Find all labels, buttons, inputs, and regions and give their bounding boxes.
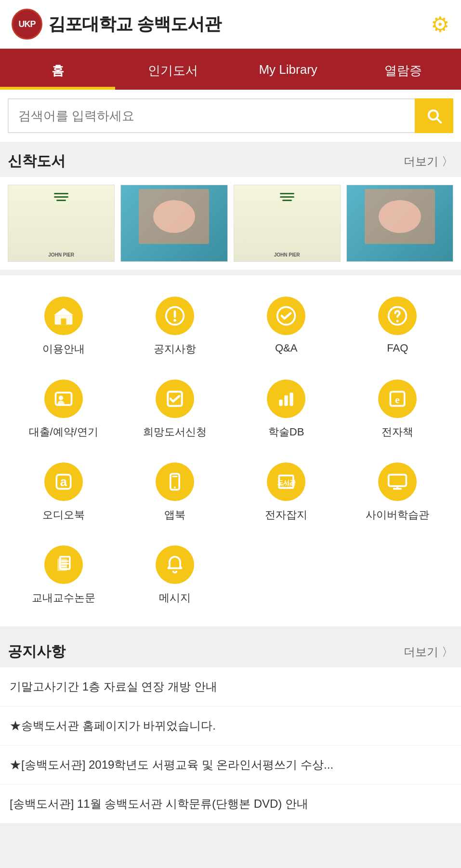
icon-label-notice: 공지사항 bbox=[154, 342, 196, 356]
book-cover bbox=[346, 185, 453, 262]
list-item[interactable] bbox=[120, 185, 227, 262]
notice-section-header: 공지사항 더보기 〉 bbox=[0, 632, 461, 667]
notice-section: 공지사항 더보기 〉 기말고사기간 1층 자료실 연장 개방 안내 ★송백도서관… bbox=[0, 632, 461, 823]
header: UKP 김포대학교 송백도서관 ⚙ bbox=[0, 0, 461, 49]
checkbox-icon bbox=[156, 380, 194, 418]
nav-item-card[interactable]: 열람증 bbox=[346, 49, 461, 90]
tablet-icon bbox=[156, 462, 194, 501]
list-item[interactable]: JOHN PIER bbox=[8, 185, 115, 262]
settings-icon[interactable]: ⚙ bbox=[431, 12, 449, 37]
notice-list: 기말고사기간 1층 자료실 연장 개방 안내 ★송백도서관 홈페이지가 바뀌었습… bbox=[0, 667, 461, 823]
nav-item-popular[interactable]: 인기도서 bbox=[115, 49, 230, 90]
icon-label-appbook: 앱북 bbox=[164, 508, 185, 522]
building-icon bbox=[44, 297, 83, 335]
svg-rect-12 bbox=[279, 400, 282, 406]
logo-abbr: UKP bbox=[18, 19, 35, 29]
logo-container: UKP 김포대학교 송백도서관 bbox=[12, 9, 221, 40]
icon-item-notice[interactable]: 공지사항 bbox=[119, 285, 230, 368]
book-cover bbox=[120, 185, 227, 262]
search-button[interactable] bbox=[415, 98, 453, 133]
monitor-icon bbox=[378, 462, 417, 501]
ebook-icon: e bbox=[378, 380, 417, 418]
new-books-section-header: 신착도서 더보기 〉 bbox=[0, 142, 461, 177]
audio-icon: a bbox=[44, 462, 83, 501]
icon-item-thesis[interactable]: 교내교수논문 bbox=[8, 534, 119, 617]
icon-label-audiobook: 오디오북 bbox=[42, 508, 85, 522]
icon-label-loan: 대출/예약/연기 bbox=[29, 425, 98, 439]
icon-label-thesis: 교내교수논문 bbox=[32, 591, 95, 605]
svg-point-5 bbox=[173, 319, 176, 322]
svg-text:e: e bbox=[395, 393, 400, 406]
icon-item-ebook[interactable]: e 전자책 bbox=[342, 368, 453, 451]
exclamation-icon bbox=[156, 297, 194, 335]
list-item[interactable]: [송백도서관] 11월 송백도서관 시학문류(단행본 DVD) 안내 bbox=[0, 785, 461, 823]
list-item[interactable]: ★[송백도서관] 2019학년도 서평교육 및 온라인서평쓰기 수상... bbox=[0, 746, 461, 785]
nav-item-home[interactable]: 홈 bbox=[0, 49, 115, 90]
new-books-more-link[interactable]: 더보기 〉 bbox=[404, 154, 453, 169]
magazine-icon: 도서관매거진 bbox=[267, 462, 305, 501]
question-icon bbox=[378, 297, 417, 335]
search-input[interactable] bbox=[8, 98, 415, 133]
svg-rect-14 bbox=[290, 393, 293, 406]
icon-item-appbook[interactable]: 앱북 bbox=[119, 451, 230, 534]
search-icon bbox=[425, 107, 443, 125]
logo-circle: UKP bbox=[12, 9, 42, 40]
icon-item-emagazine[interactable]: 도서관매거진 전자잡지 bbox=[231, 451, 342, 534]
icon-item-loan[interactable]: 대출/예약/연기 bbox=[8, 368, 119, 451]
icon-item-message[interactable]: 메시지 bbox=[119, 534, 230, 617]
icon-item-faq[interactable]: FAQ bbox=[342, 285, 453, 368]
nav-bar: 홈 인기도서 My Library 열람증 bbox=[0, 49, 461, 90]
icon-item-audiobook[interactable]: a 오디오북 bbox=[8, 451, 119, 534]
icon-item-academicdb[interactable]: 학술DB bbox=[231, 368, 342, 451]
card-icon bbox=[44, 380, 83, 418]
notice-more-link[interactable]: 더보기 〉 bbox=[404, 644, 453, 660]
svg-point-10 bbox=[59, 396, 63, 400]
check-circle-icon bbox=[267, 297, 305, 335]
book-list: JOHN PIER JOHN PIER bbox=[0, 177, 461, 270]
icon-item-library-info[interactable]: 이용안내 bbox=[8, 285, 119, 368]
icon-label-message: 메시지 bbox=[159, 591, 191, 605]
icon-label-ebook: 전자책 bbox=[382, 425, 413, 439]
svg-rect-13 bbox=[284, 395, 288, 406]
svg-marker-1 bbox=[53, 308, 73, 315]
book-cover: JOHN PIER bbox=[8, 185, 115, 262]
icon-item-cyberlearning[interactable]: 사이버학습관 bbox=[342, 451, 453, 534]
icon-label-faq: FAQ bbox=[387, 342, 408, 354]
papers-icon bbox=[44, 545, 83, 584]
svg-text:a: a bbox=[60, 475, 67, 488]
icon-label-academicdb: 학술DB bbox=[268, 425, 304, 439]
nav-item-mylibrary[interactable]: My Library bbox=[231, 49, 346, 90]
list-item[interactable] bbox=[346, 185, 453, 262]
icon-label-library-info: 이용안내 bbox=[42, 342, 85, 356]
book-cover: JOHN PIER bbox=[234, 185, 341, 262]
list-item[interactable]: JOHN PIER bbox=[234, 185, 341, 262]
search-section bbox=[0, 90, 461, 142]
svg-point-8 bbox=[396, 320, 399, 323]
icon-label-qna: Q&A bbox=[275, 342, 297, 354]
notice-title: 공지사항 bbox=[8, 642, 66, 662]
icon-item-wishbook[interactable]: 희망도서신청 bbox=[119, 368, 230, 451]
svg-rect-2 bbox=[61, 319, 66, 325]
new-books-title: 신착도서 bbox=[8, 151, 66, 171]
icon-label-cyberlearning: 사이버학습관 bbox=[366, 508, 429, 522]
icon-item-qna[interactable]: Q&A bbox=[231, 285, 342, 368]
icon-label-emagazine: 전자잡지 bbox=[265, 508, 307, 522]
icons-grid: 이용안내 공지사항 Q&A FAQ 대출/예약/연기 희망도서신청 bbox=[0, 275, 461, 626]
svg-point-20 bbox=[174, 487, 176, 488]
svg-text:매거진: 매거진 bbox=[280, 483, 293, 488]
list-item[interactable]: ★송백도서관 홈페이지가 바뀌었습니다. bbox=[0, 706, 461, 746]
icon-label-wishbook: 희망도서신청 bbox=[143, 425, 207, 439]
list-item[interactable]: 기말고사기간 1층 자료실 연장 개방 안내 bbox=[0, 667, 461, 706]
logo-text: 김포대학교 송백도서관 bbox=[48, 13, 221, 36]
chart-icon bbox=[267, 380, 305, 418]
svg-rect-25 bbox=[389, 475, 407, 486]
bell-icon bbox=[156, 545, 194, 584]
